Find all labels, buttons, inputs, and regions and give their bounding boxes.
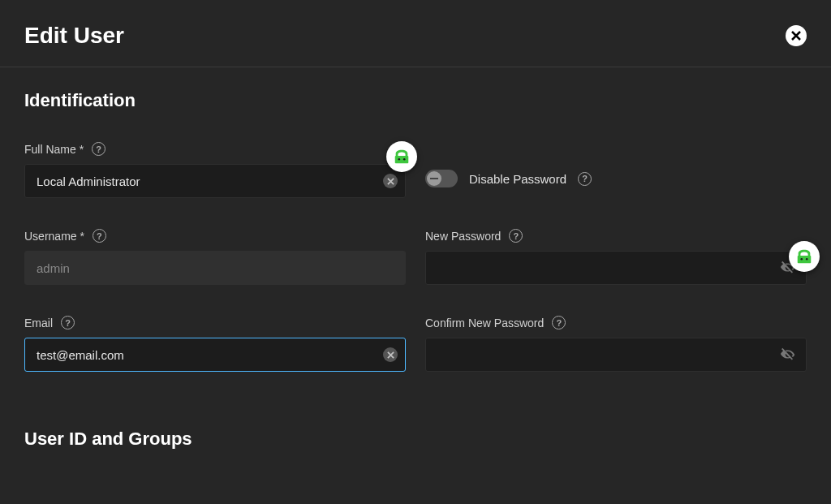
help-icon[interactable]: ? bbox=[92, 142, 105, 156]
section-title-user-id-groups: User ID and Groups bbox=[24, 429, 807, 450]
username-input bbox=[24, 251, 406, 285]
full-name-input[interactable] bbox=[24, 164, 406, 198]
label-full-name: Full Name * bbox=[24, 143, 84, 156]
email-input[interactable] bbox=[24, 338, 406, 372]
svg-rect-0 bbox=[395, 156, 409, 163]
field-email: Email ? bbox=[24, 316, 406, 372]
label-disable-password: Disable Password bbox=[469, 172, 566, 186]
clear-icon[interactable] bbox=[383, 347, 398, 362]
svg-point-1 bbox=[398, 158, 401, 161]
close-icon bbox=[790, 30, 802, 41]
label-new-password: New Password bbox=[425, 230, 501, 243]
field-disable-password: Disable Password ? bbox=[425, 142, 807, 198]
confirm-new-password-input[interactable] bbox=[425, 338, 807, 372]
help-icon[interactable]: ? bbox=[552, 316, 566, 330]
help-icon[interactable]: ? bbox=[578, 172, 592, 186]
page-title: Edit User bbox=[24, 23, 124, 49]
label-username: Username * bbox=[24, 230, 84, 243]
field-new-password: New Password ? bbox=[425, 229, 807, 285]
password-manager-badge[interactable] bbox=[789, 241, 820, 272]
field-confirm-new-password: Confirm New Password ? bbox=[425, 316, 807, 372]
help-icon[interactable]: ? bbox=[61, 316, 75, 330]
label-email: Email bbox=[24, 317, 53, 330]
help-icon[interactable]: ? bbox=[93, 229, 106, 243]
clear-icon[interactable] bbox=[383, 174, 398, 188]
label-confirm-new-password: Confirm New Password bbox=[425, 317, 544, 330]
visibility-off-icon[interactable] bbox=[779, 346, 797, 364]
svg-point-2 bbox=[403, 158, 406, 161]
svg-point-4 bbox=[801, 258, 803, 261]
password-manager-icon bbox=[795, 248, 813, 265]
svg-rect-3 bbox=[798, 256, 812, 263]
password-manager-icon bbox=[393, 148, 411, 166]
help-icon[interactable]: ? bbox=[509, 229, 523, 243]
svg-point-5 bbox=[806, 258, 808, 261]
password-manager-badge[interactable] bbox=[386, 141, 417, 172]
section-title-identification: Identification bbox=[24, 90, 807, 111]
field-full-name: Full Name * ? bbox=[24, 142, 406, 198]
field-username: Username * ? bbox=[24, 229, 406, 285]
new-password-input[interactable] bbox=[425, 251, 807, 285]
disable-password-toggle[interactable] bbox=[425, 170, 458, 187]
close-button[interactable] bbox=[786, 25, 807, 46]
